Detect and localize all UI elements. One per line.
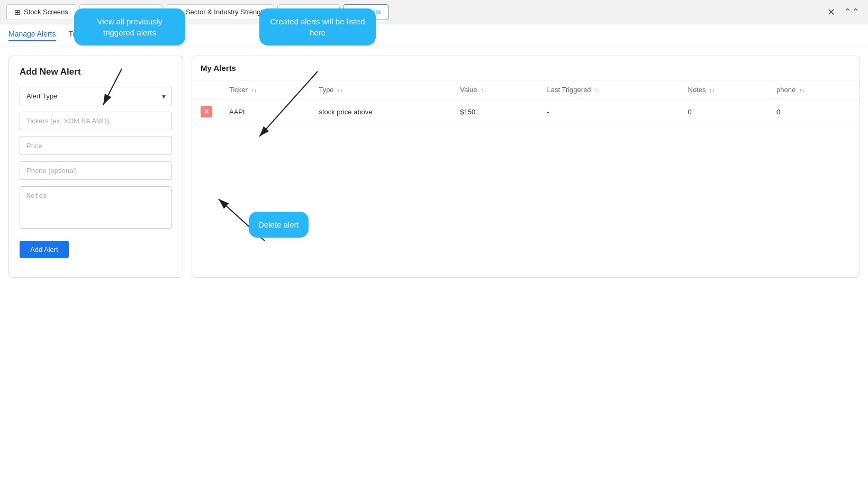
col-notes-header: Notes ↑↓ xyxy=(680,80,768,99)
ticker-input[interactable] xyxy=(20,112,172,130)
nav-actions: ✕ ⌃⌃ xyxy=(825,4,862,20)
notes-cell: 0 xyxy=(680,99,768,124)
phone-field xyxy=(20,161,172,180)
price-input[interactable] xyxy=(20,137,172,155)
notes-field xyxy=(20,186,172,230)
tooltip-delete-alert: Delete alert xyxy=(249,212,309,238)
collapse-button[interactable]: ⌃⌃ xyxy=(842,4,862,20)
sort-arrows-triggered[interactable]: ↑↓ xyxy=(594,87,600,93)
col-phone-header: phone ↑↓ xyxy=(768,80,859,99)
sort-arrows-notes[interactable]: ↑↓ xyxy=(709,87,715,93)
tooltip-triggered-alerts: View all previously triggered alerts xyxy=(74,8,185,46)
sort-arrows-type[interactable]: ↑↓ xyxy=(337,87,343,93)
col-value-header: Value ↑↓ xyxy=(451,80,538,99)
add-alert-title: Add New Alert xyxy=(20,67,172,77)
phone-input[interactable] xyxy=(20,161,172,180)
col-last-triggered-header: Last Triggered ↑↓ xyxy=(538,80,679,99)
alert-type-field: Alert Type xyxy=(20,87,172,105)
sort-arrows-value[interactable]: ↑↓ xyxy=(481,87,486,93)
ticker-field xyxy=(20,112,172,130)
sort-arrows-ticker[interactable]: ↑↓ xyxy=(251,87,257,93)
add-alert-button[interactable]: Add Alert xyxy=(20,241,69,258)
col-type-header: Type ↑↓ xyxy=(310,80,451,99)
table-row: ✕ AAPL stock price above $150 - 0 0 xyxy=(192,99,859,124)
ticker-cell: AAPL xyxy=(221,99,310,124)
alerts-panel: My Alerts Ticker ↑↓ Type ↑↓ xyxy=(192,56,860,278)
phone-cell: 0 xyxy=(768,99,859,124)
main-content: Add New Alert Alert Type Add A xyxy=(0,47,868,286)
type-cell: stock price above xyxy=(310,99,451,124)
price-field xyxy=(20,137,172,155)
delete-cell: ✕ xyxy=(192,99,221,124)
notes-input[interactable] xyxy=(20,186,172,229)
tab-stock-screens[interactable]: ⊞ Stock Screens xyxy=(6,4,76,20)
sub-nav-manage-alerts[interactable]: Manage Alerts xyxy=(8,30,56,41)
value-cell: $150 xyxy=(451,99,538,124)
col-ticker-header: Ticker ↑↓ xyxy=(221,80,310,99)
sort-arrows-phone[interactable]: ↑↓ xyxy=(799,87,805,93)
alerts-table: Ticker ↑↓ Type ↑↓ Value ↑↓ Last Trigge xyxy=(192,80,859,124)
last-triggered-cell: - xyxy=(538,99,679,124)
tooltip-created-alerts: Created alerts will be listed here xyxy=(259,8,376,46)
add-alert-card: Add New Alert Alert Type Add A xyxy=(8,56,183,278)
col-action-header xyxy=(192,80,221,99)
tab-stock-screens-label: Stock Screens xyxy=(24,8,68,16)
delete-alert-button[interactable]: ✕ xyxy=(201,106,212,117)
grid-icon: ⊞ xyxy=(14,8,21,16)
tab-sector-industry-label: Sector & Industry Strength xyxy=(186,8,266,16)
alerts-panel-title: My Alerts xyxy=(192,56,859,80)
close-button[interactable]: ✕ xyxy=(825,4,837,20)
alert-type-select[interactable]: Alert Type xyxy=(20,87,172,105)
